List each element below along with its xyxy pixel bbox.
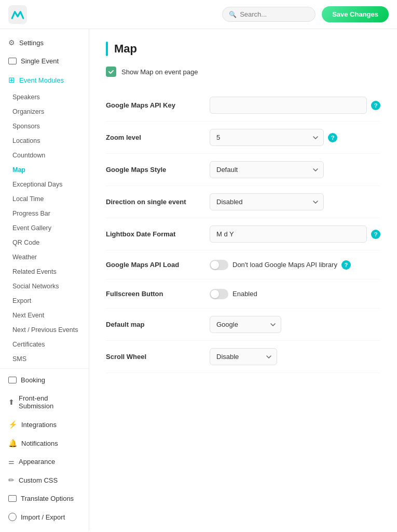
lightbox-date-help-icon[interactable]: ? bbox=[371, 230, 380, 239]
sidebar-item-weather[interactable]: Weather bbox=[0, 250, 89, 264]
sidebar-item-certificates[interactable]: Certificates bbox=[0, 337, 89, 352]
sidebar-item-event-modules-label: Event Modules bbox=[19, 76, 64, 84]
direction-label: Direction on single event bbox=[106, 198, 210, 206]
sidebar-item-custom-css-label: Custom CSS bbox=[19, 476, 58, 484]
api-load-toggle-label: Don't load Google Maps API library bbox=[232, 261, 337, 269]
notifications-icon: 🔔 bbox=[8, 439, 17, 447]
zoom-level-select[interactable]: 5 bbox=[210, 129, 324, 146]
api-load-toggle[interactable] bbox=[210, 260, 228, 270]
form-row-lightbox-date: Lightbox Date Format ? bbox=[106, 218, 380, 250]
form-row-default-map: Default map Google OpenStreetMap bbox=[106, 309, 380, 341]
fullscreen-control: Enabled bbox=[210, 289, 380, 299]
sidebar-item-social-networks[interactable]: Social Networks bbox=[0, 279, 89, 294]
sidebar-item-export[interactable]: Export bbox=[0, 294, 89, 308]
fullscreen-toggle[interactable] bbox=[210, 289, 228, 299]
sidebar-item-notifications[interactable]: 🔔 Notifications bbox=[0, 434, 89, 453]
sidebar-item-organizers[interactable]: Organizers bbox=[0, 104, 89, 119]
single-event-icon bbox=[8, 58, 17, 64]
default-map-label: Default map bbox=[106, 321, 210, 328]
sidebar-item-appearance-label: Appearance bbox=[19, 458, 55, 466]
show-map-checkbox[interactable] bbox=[106, 66, 116, 77]
fullscreen-label: Fullscreen Button bbox=[106, 290, 210, 298]
form-row-api-key: Google Maps API Key ? bbox=[106, 89, 380, 122]
maps-style-label: Google Maps Style bbox=[106, 166, 210, 174]
fullscreen-toggle-row: Enabled bbox=[210, 289, 257, 299]
sidebar: ⚙ Settings Single Event ⊞ Event Modules … bbox=[0, 29, 89, 530]
sidebar-item-single-event-label: Single Event bbox=[21, 57, 59, 65]
fullscreen-toggle-label: Enabled bbox=[232, 290, 257, 298]
sidebar-item-appearance[interactable]: ⚌ Appearance bbox=[0, 453, 89, 471]
fullscreen-toggle-knob bbox=[211, 290, 219, 298]
sidebar-item-integrations-label: Integrations bbox=[21, 421, 57, 429]
sidebar-item-speakers[interactable]: Speakers bbox=[0, 90, 89, 104]
sidebar-item-single-event[interactable]: Single Event bbox=[0, 52, 89, 70]
main-content: Map Show Map on event page Google Maps A… bbox=[89, 29, 397, 530]
sidebar-item-sms[interactable]: SMS bbox=[0, 352, 89, 366]
show-map-label: Show Map on event page bbox=[121, 68, 198, 76]
direction-select[interactable]: Disabled Enabled bbox=[210, 193, 324, 210]
sidebar-item-exceptional-days[interactable]: Exceptional Days bbox=[0, 177, 89, 192]
sidebar-item-settings-label: Settings bbox=[19, 39, 44, 47]
header-right: 🔍 Save Changes bbox=[222, 6, 389, 22]
search-box[interactable]: 🔍 bbox=[222, 7, 316, 22]
translate-options-icon bbox=[8, 495, 17, 502]
main-layout: ⚙ Settings Single Event ⊞ Event Modules … bbox=[0, 29, 397, 530]
zoom-level-label: Zoom level bbox=[106, 134, 210, 141]
sidebar-item-custom-css[interactable]: ✏ Custom CSS bbox=[0, 471, 89, 489]
default-map-select[interactable]: Google OpenStreetMap bbox=[210, 316, 281, 333]
sidebar-item-related-events[interactable]: Related Events bbox=[0, 264, 89, 279]
zoom-level-help-icon[interactable]: ? bbox=[328, 133, 337, 142]
scroll-wheel-control: Disable Enable bbox=[210, 348, 380, 365]
app-wrapper: 🔍 Save Changes ⚙ Settings Single Event ⊞… bbox=[0, 0, 397, 532]
api-load-toggle-knob bbox=[211, 261, 219, 269]
form-row-maps-style: Google Maps Style Default Silver Retro D… bbox=[106, 154, 380, 186]
sidebar-item-local-time[interactable]: Local Time bbox=[0, 192, 89, 206]
sidebar-item-notifications-label: Notifications bbox=[21, 440, 58, 447]
form-row-direction: Direction on single event Disabled Enabl… bbox=[106, 186, 380, 218]
form-row-api-load: Google Maps API Load Don't load Google M… bbox=[106, 250, 380, 280]
sidebar-item-next-previous-events[interactable]: Next / Previous Events bbox=[0, 323, 89, 337]
maps-style-control: Default Silver Retro Dark bbox=[210, 161, 380, 178]
sidebar-item-settings[interactable]: ⚙ Settings bbox=[0, 33, 89, 52]
sidebar-item-countdown[interactable]: Countdown bbox=[0, 148, 89, 163]
custom-css-icon: ✏ bbox=[8, 476, 15, 484]
import-export-icon bbox=[8, 513, 17, 521]
zoom-level-control: 5 ? bbox=[210, 129, 380, 146]
sidebar-item-qr-code[interactable]: QR Code bbox=[0, 235, 89, 250]
scroll-wheel-select[interactable]: Disable Enable bbox=[210, 348, 277, 365]
api-key-input[interactable] bbox=[210, 97, 367, 114]
sidebar-item-sponsors[interactable]: Sponsors bbox=[0, 119, 89, 134]
sidebar-item-front-end-submission[interactable]: ⬆ Front-end Submission bbox=[0, 389, 89, 415]
sidebar-item-event-gallery[interactable]: Event Gallery bbox=[0, 221, 89, 235]
sidebar-item-integrations[interactable]: ⚡ Integrations bbox=[0, 415, 89, 434]
sidebar-item-map[interactable]: Map bbox=[0, 163, 89, 177]
sidebar-item-import-export-label: Import / Export bbox=[21, 513, 65, 521]
api-load-row: Don't load Google Maps API library ? bbox=[210, 260, 351, 270]
search-input[interactable] bbox=[240, 10, 309, 18]
api-load-control: Don't load Google Maps API library ? bbox=[210, 260, 380, 270]
sidebar-item-next-event[interactable]: Next Event bbox=[0, 308, 89, 323]
sidebar-divider-1 bbox=[0, 368, 89, 369]
sidebar-item-booking[interactable]: Booking bbox=[0, 371, 89, 389]
sidebar-item-front-end-submission-label: Front-end Submission bbox=[19, 394, 80, 410]
api-load-help-icon[interactable]: ? bbox=[341, 260, 351, 270]
lightbox-date-input[interactable] bbox=[210, 225, 367, 243]
api-key-help-icon[interactable]: ? bbox=[371, 101, 380, 110]
integrations-icon: ⚡ bbox=[8, 420, 17, 429]
scroll-wheel-label: Scroll Wheel bbox=[106, 353, 210, 361]
api-load-label: Google Maps API Load bbox=[106, 261, 210, 269]
logo[interactable] bbox=[8, 5, 27, 24]
event-modules-icon: ⊞ bbox=[8, 75, 15, 85]
sidebar-item-locations[interactable]: Locations bbox=[0, 134, 89, 148]
booking-icon bbox=[8, 377, 17, 383]
sidebar-item-event-modules[interactable]: ⊞ Event Modules bbox=[0, 70, 89, 90]
sidebar-item-import-export[interactable]: Import / Export bbox=[0, 508, 89, 526]
sidebar-item-translate-options[interactable]: Translate Options bbox=[0, 489, 89, 508]
lightbox-date-label: Lightbox Date Format bbox=[106, 230, 210, 238]
maps-style-select[interactable]: Default Silver Retro Dark bbox=[210, 161, 324, 178]
sidebar-item-progress-bar[interactable]: Progress Bar bbox=[0, 206, 89, 221]
header: 🔍 Save Changes bbox=[0, 0, 397, 29]
save-changes-header-button[interactable]: Save Changes bbox=[322, 6, 389, 22]
api-key-control: ? bbox=[210, 97, 380, 114]
default-map-control: Google OpenStreetMap bbox=[210, 316, 380, 333]
